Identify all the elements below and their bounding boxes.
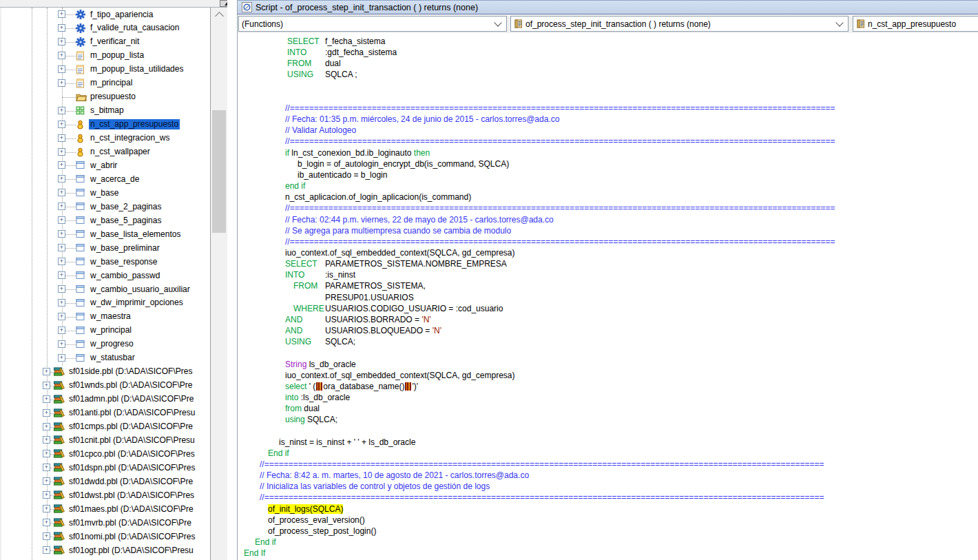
tree-item-label[interactable]: m_popup_lista_utilidades (89, 64, 185, 74)
expand-button[interactable]: + (58, 175, 65, 183)
panel-splitter[interactable] (227, 0, 238, 560)
expand-button[interactable]: + (58, 340, 65, 348)
tree-item[interactable]: +sf01ogt.pbl (D:\ADA\SICOF\Presu (1, 543, 210, 557)
expand-button[interactable]: + (58, 244, 65, 251)
tree-item[interactable]: +m_popup_lista (1, 49, 210, 63)
tree-scrollbar-thumb[interactable] (212, 110, 226, 233)
tree-item[interactable]: +n_cst_app_presupuesto (1, 118, 210, 132)
tree-item[interactable]: +sf01mvrb.pbl (D:\ADA\SICOF\Pre (1, 516, 210, 530)
expand-button[interactable]: + (58, 203, 65, 210)
tree-item[interactable]: +sf01wnds.pbl (D:\ADA\SICOF\Pre (1, 379, 210, 393)
expand-button[interactable]: + (43, 546, 50, 554)
expand-button[interactable]: + (58, 161, 65, 169)
tree-item[interactable]: +sf01anti.pbl (D:\ADA\SICOF\Presu (1, 406, 210, 420)
tree-item[interactable]: +n_cst_wallpaper (1, 145, 210, 159)
expand-button[interactable]: + (43, 519, 50, 526)
expand-button[interactable]: + (58, 38, 65, 45)
tree-item-label[interactable]: w_base_lista_elementos (89, 229, 182, 240)
tree-item[interactable]: +sf01admn.pbl (D:\ADA\SICOF\Pre (1, 393, 210, 406)
tree-item[interactable]: +sf01maes.pbl (D:\ADA\SICOF\Pre (1, 502, 210, 516)
expand-button[interactable]: + (58, 148, 65, 156)
event-dropdown[interactable]: of_process_step_init_transaction ( ) ret… (510, 16, 849, 32)
expand-button[interactable]: + (58, 52, 65, 59)
tree-item-label[interactable]: w_acerca_de (89, 174, 141, 185)
tree-item[interactable]: +w_cambio_passwd (1, 269, 210, 282)
expand-button[interactable]: + (58, 326, 65, 334)
tree-item[interactable]: +sf01cmps.pbl (D:\ADA\SICOF\Pre (1, 420, 210, 434)
tree-item[interactable]: +sf01dwst.pbl (D:\ADA\SICOF\Pres (1, 488, 210, 502)
tree-item[interactable]: +w_statusbar (1, 351, 210, 365)
tree-item-label[interactable]: sf01cmps.pbl (D:\ADA\SICOF\Pre (67, 422, 194, 432)
tree-item[interactable]: +sf01dwdd.pbl (D:\ADA\SICOF\Pre (1, 475, 210, 488)
expand-button[interactable]: + (58, 121, 65, 128)
tree-item[interactable]: +w_base_5_paginas (1, 214, 210, 227)
tree-item-label[interactable]: sf01maes.pbl (D:\ADA\SICOF\Pre (67, 504, 195, 515)
tree-item-label[interactable]: sf01side.pbl (D:\ADA\SICOF\Pres (67, 366, 194, 377)
tree-item[interactable]: presupuesto (1, 90, 210, 104)
tree-scrollbar[interactable] (211, 8, 227, 560)
tree-item-label[interactable]: presupuesto (89, 92, 137, 102)
expand-button[interactable]: + (58, 216, 65, 224)
tree-item-label[interactable]: n_cst_wallpaper (89, 147, 152, 157)
system-tree[interactable]: +f_tipo_apariencia+f_valide_ruta_causaci… (1, 8, 211, 560)
tree-item-label[interactable]: sf01dwdd.pbl (D:\ADA\SICOF\Pre (67, 477, 194, 487)
expand-button[interactable]: + (58, 134, 65, 142)
expand-button[interactable]: + (58, 65, 65, 73)
tree-item-label[interactable]: sf01dspn.pbl (D:\ADA\SICOF\Pres (67, 463, 196, 473)
expand-button[interactable]: + (43, 532, 50, 540)
tree-item-label[interactable]: w_base_5_paginas (89, 216, 163, 226)
tree-item[interactable]: +w_principal (1, 324, 210, 338)
tree-item-label[interactable]: sf01wnds.pbl (D:\ADA\SICOF\Pre (67, 380, 194, 391)
tree-item[interactable]: +f_verificar_nit (1, 35, 210, 49)
tree-item[interactable]: +w_abrir (1, 158, 210, 172)
tree-item-label[interactable]: f_valide_ruta_causacion (89, 23, 180, 33)
expand-button[interactable]: + (43, 450, 50, 457)
tree-item[interactable]: +w_base_response (1, 255, 210, 269)
expand-button[interactable]: + (58, 24, 65, 32)
expand-button[interactable]: + (58, 271, 65, 279)
expand-button[interactable]: + (58, 354, 65, 362)
tree-item-label[interactable]: f_tipo_apariencia (89, 10, 154, 20)
tree-item[interactable]: +w_cambio_usuario_auxiliar (1, 282, 210, 296)
tree-item-label[interactable]: w_maestra (89, 311, 132, 322)
tree-item[interactable]: +w_base_preliminar (1, 241, 210, 255)
tree-item-label[interactable]: sf01admn.pbl (D:\ADA\SICOF\Pre (67, 394, 195, 404)
tree-item-label[interactable]: w_progreso (89, 339, 135, 349)
expand-button[interactable]: + (58, 258, 65, 265)
expand-button[interactable]: + (43, 423, 50, 431)
expand-button[interactable]: + (58, 107, 65, 114)
tree-item[interactable]: +f_tipo_apariencia (1, 8, 210, 21)
object-dropdown[interactable]: n_cst_app_presupuesto (853, 16, 978, 32)
tree-item-label[interactable]: w_dw_imprimir_opciones (89, 298, 185, 308)
expand-button[interactable]: + (43, 436, 50, 444)
tree-item[interactable]: +sf01nomi.pbl (D:\ADA\SICOF\Pres (1, 530, 210, 543)
expand-button[interactable]: + (43, 409, 50, 417)
tree-item-label[interactable]: sf01dwst.pbl (D:\ADA\SICOF\Pres (67, 490, 196, 501)
tree-item-label[interactable]: sf01cpco.pbl (D:\ADA\SICOF\Pres (67, 449, 196, 459)
tree-item[interactable]: +w_base_lista_elementos (1, 227, 210, 241)
tree-item-label[interactable]: sf01anti.pbl (D:\ADA\SICOF\Presu (67, 408, 196, 418)
tree-item[interactable]: +w_dw_imprimir_opciones (1, 296, 210, 310)
tree-item[interactable]: +sf01cpco.pbl (D:\ADA\SICOF\Pres (1, 447, 210, 461)
expand-button[interactable]: + (58, 10, 65, 18)
tree-item[interactable]: +m_principal (1, 76, 210, 90)
expand-button[interactable]: + (58, 189, 65, 196)
tree-item-label[interactable]: sf01ogt.pbl (D:\ADA\SICOF\Presu (67, 546, 195, 556)
tree-item-label[interactable]: n_cst_integracion_ws (89, 133, 171, 143)
expand-button[interactable]: + (58, 285, 65, 293)
tree-item-label[interactable]: w_cambio_passwd (89, 271, 161, 281)
expand-button[interactable]: + (43, 491, 50, 499)
tree-item[interactable]: +m_popup_lista_utilidades (1, 63, 210, 76)
expand-button[interactable]: + (58, 299, 65, 307)
expand-button[interactable]: + (43, 368, 50, 375)
tree-item-label[interactable]: sf01nomi.pbl (D:\ADA\SICOF\Pres (67, 532, 196, 542)
tree-item[interactable]: +w_base_2_paginas (1, 200, 210, 214)
tree-item[interactable]: +w_progreso (1, 338, 210, 351)
expand-button[interactable]: + (43, 395, 50, 403)
tree-item-label[interactable]: w_statusbar (89, 353, 136, 363)
expand-button[interactable]: + (58, 230, 65, 238)
tree-item-label[interactable]: m_popup_lista (89, 50, 145, 61)
expand-button[interactable]: + (43, 505, 50, 512)
tree-item-label[interactable]: n_cst_app_presupuesto (89, 119, 180, 129)
functions-dropdown[interactable]: (Functions) (238, 16, 507, 32)
